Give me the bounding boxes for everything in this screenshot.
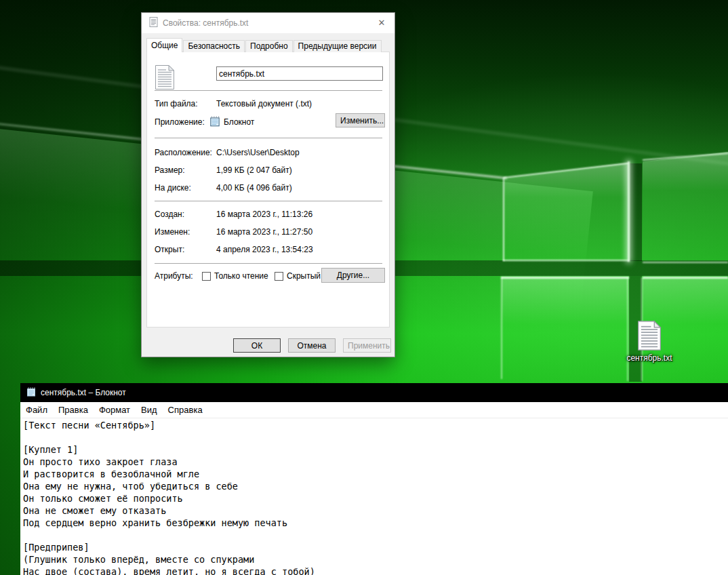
general-tab-page: Тип файла: Текстовый документ (.txt) При…: [146, 52, 390, 328]
field-label: Изменен:: [155, 227, 190, 237]
separator: [155, 263, 382, 264]
notepad-app-icon: [209, 115, 221, 130]
hidden-checkbox[interactable]: [275, 272, 283, 281]
tab-general[interactable]: Общие: [146, 38, 182, 52]
field-label: Приложение:: [155, 117, 205, 127]
field-row-app: Приложение: Блокнот: [155, 117, 205, 127]
field-row-type: Тип файла: Текстовый документ (.txt): [155, 98, 198, 109]
field-label: Открыт:: [155, 245, 184, 254]
filename-input[interactable]: [216, 66, 383, 81]
windows-logo-pane-top-left: [504, 163, 628, 262]
menu-file[interactable]: Файл: [26, 405, 47, 415]
hidden-label: Скрытый: [287, 271, 321, 281]
tab-previous-versions[interactable]: Предыдущие версии: [294, 40, 382, 52]
notepad-title: сентябрь.txt – Блокнот: [41, 388, 126, 397]
field-row-size: Размер: 1,99 КБ (2 047 байт): [155, 165, 185, 176]
menu-edit[interactable]: Правка: [58, 405, 88, 415]
windows-logo-pane-top-right: [643, 152, 728, 262]
readonly-label: Только чтение: [214, 271, 268, 281]
properties-dialog: Свойства: сентябрь.txt ✕ Общие Безопасно…: [141, 12, 395, 357]
logo-edge-line: [501, 277, 502, 379]
field-value: 16 марта 2023 г., 11:27:50: [216, 226, 312, 237]
logo-edge-line: [643, 277, 728, 279]
readonly-checkbox[interactable]: [202, 272, 211, 281]
field-row-modified: Изменен: 16 марта 2023 г., 11:27:50: [155, 226, 190, 237]
other-attributes-button[interactable]: Другие...: [321, 268, 385, 283]
field-label: Размер:: [155, 165, 185, 175]
notepad-menubar: Файл Правка Формат Вид Справка: [20, 402, 728, 418]
field-value: 4 апреля 2023 г., 13:54:23: [216, 244, 313, 255]
logo-edge-line: [503, 260, 629, 261]
field-label: На диске:: [155, 183, 191, 193]
file-type-icon: [155, 64, 175, 92]
field-value: 1,99 КБ (2 047 байт): [216, 165, 292, 176]
apply-button[interactable]: Применить: [343, 338, 391, 353]
menu-help[interactable]: Справка: [168, 405, 203, 415]
desktop-icon-label: сентябрь.txt: [614, 353, 685, 363]
notepad-window: сентябрь.txt – Блокнот Файл Правка Форма…: [20, 383, 728, 575]
ok-button[interactable]: ОК: [233, 338, 281, 353]
field-value: 4,00 КБ (4 096 байт): [216, 182, 292, 193]
field-row-opened: Открыт: 4 апреля 2023 г., 13:54:23: [155, 244, 184, 255]
field-label: Расположение:: [155, 148, 212, 157]
notepad-app-icon: [26, 386, 37, 399]
field-value: Блокнот: [224, 117, 254, 127]
separator: [155, 201, 382, 201]
close-icon[interactable]: ✕: [375, 16, 388, 30]
tab-strip: Общие Безопасность Подробно Предыдущие в…: [146, 38, 382, 52]
field-value: C:\Users\User\Desktop: [216, 147, 300, 158]
windows-logo-pane-bottom-left: [502, 277, 628, 381]
dialog-titlebar[interactable]: Свойства: сентябрь.txt ✕: [142, 13, 395, 33]
dialog-title: Свойства: сентябрь.txt: [163, 18, 248, 28]
field-label: Создан:: [155, 210, 184, 219]
field-row-location: Расположение: C:\Users\User\Desktop: [155, 147, 212, 158]
document-icon: [149, 17, 158, 29]
logo-edge-line: [628, 161, 630, 262]
field-label: Тип файла:: [155, 99, 198, 108]
tab-security[interactable]: Безопасность: [183, 40, 245, 52]
change-app-button[interactable]: Изменить...: [336, 113, 385, 127]
menu-format[interactable]: Формат: [99, 405, 130, 415]
field-value: Текстовый документ (.txt): [216, 98, 312, 109]
notepad-text-area[interactable]: [Текст песни «Сентябрь»] [Куплет 1] Он п…: [20, 418, 728, 575]
menu-view[interactable]: Вид: [141, 405, 157, 415]
logo-edge-line: [501, 277, 629, 279]
separator: [155, 90, 382, 91]
separator: [155, 138, 382, 138]
logo-vertical-gap-top: [630, 163, 642, 261]
field-value: 16 марта 2023 г., 11:13:26: [216, 209, 312, 220]
desktop-file-icon[interactable]: сентябрь.txt: [614, 320, 685, 363]
logo-edge-line: [503, 178, 504, 261]
attributes-row: Атрибуты: Только чтение Скрытый: [155, 271, 193, 282]
cancel-button[interactable]: Отмена: [288, 338, 336, 353]
notepad-titlebar[interactable]: сентябрь.txt – Блокнот: [20, 383, 728, 402]
desktop: сентябрь.txt Свойства: сентябрь.txt ✕ Об…: [0, 0, 728, 575]
field-row-created: Создан: 16 марта 2023 г., 11:13:26: [155, 209, 184, 220]
field-row-size-on-disk: На диске: 4,00 КБ (4 096 байт): [155, 182, 191, 193]
logo-edge-line: [643, 262, 728, 263]
tab-details[interactable]: Подробно: [245, 40, 293, 52]
text-file-icon: [614, 320, 685, 351]
attributes-label: Атрибуты:: [155, 271, 193, 281]
